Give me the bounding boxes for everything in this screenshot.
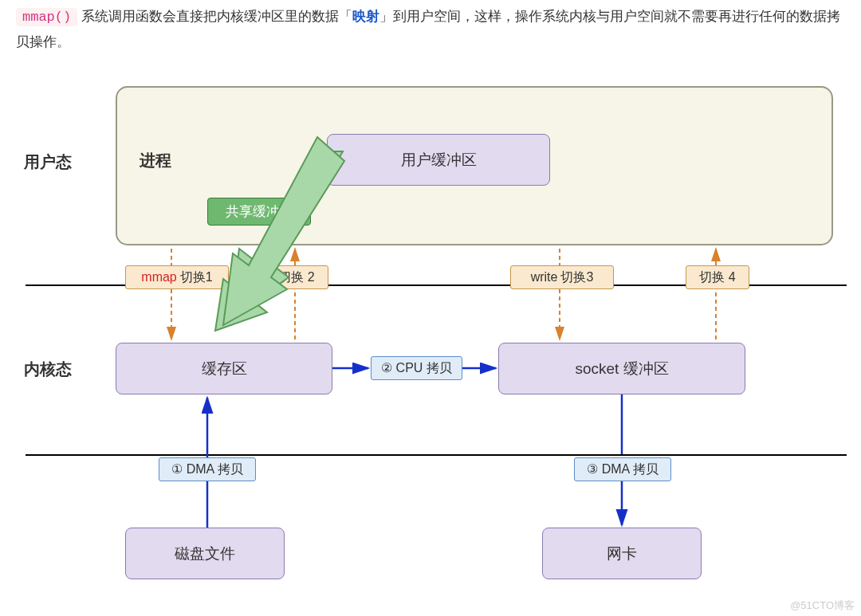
hline-2: [26, 454, 847, 456]
code-mmap: mmap(): [16, 8, 77, 26]
op-cpu-copy: ② CPU 拷贝: [371, 356, 462, 380]
box-user-buffer: 用户缓冲区: [327, 134, 550, 186]
op-dma-1: ① DMA 拷贝: [159, 457, 256, 481]
box-disk: 磁盘文件: [125, 528, 285, 579]
diagram-container: 用户态 进程 用户缓冲区 共享缓冲区 mmap 切换1 切换 2 write 切…: [0, 64, 861, 616]
op-dma-3: ③ DMA 拷贝: [574, 457, 671, 481]
switch-1: mmap 切换1: [125, 265, 229, 289]
box-socket-buffer: socket 缓冲区: [498, 343, 745, 394]
box-nic: 网卡: [542, 528, 702, 579]
label-user-mode: 用户态: [24, 151, 72, 173]
write-label: write: [531, 270, 558, 284]
box-cache: 缓存区: [116, 343, 332, 394]
switch-3: write 切换3: [510, 265, 614, 289]
switch-3-label: 切换3: [560, 269, 593, 286]
switch-2: 切换 2: [265, 265, 328, 289]
label-process: 进程: [140, 150, 171, 171]
intro-highlight: 映射: [352, 9, 379, 24]
watermark: @51CTO博客: [790, 598, 855, 613]
intro-paragraph: mmap() 系统调用函数会直接把内核缓冲区里的数据「映射」到用户空间，这样，操…: [0, 0, 861, 54]
switch-4: 切换 4: [686, 265, 749, 289]
switch-1-label: 切换1: [180, 269, 213, 286]
mmap-label: mmap: [141, 270, 176, 284]
label-kernel-mode: 内核态: [24, 359, 72, 380]
box-shared-buffer: 共享缓冲区: [207, 198, 311, 226]
intro-text-1: 系统调用函数会直接把内核缓冲区里的数据「: [81, 9, 352, 24]
